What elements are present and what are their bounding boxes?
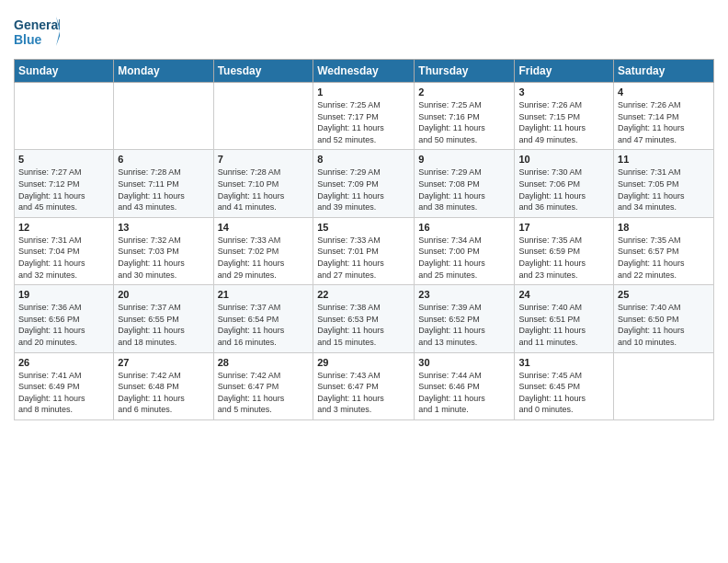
calendar-table: SundayMondayTuesdayWednesdayThursdayFrid…	[14, 59, 714, 420]
day-cell-26: 26Sunrise: 7:41 AM Sunset: 6:49 PM Dayli…	[15, 352, 114, 419]
day-number: 2	[418, 86, 510, 98]
day-cell-2: 2Sunrise: 7:25 AM Sunset: 7:16 PM Daylig…	[415, 83, 515, 150]
day-info: Sunrise: 7:27 AM Sunset: 7:12 PM Dayligh…	[18, 167, 109, 213]
day-cell-23: 23Sunrise: 7:39 AM Sunset: 6:52 PM Dayli…	[415, 285, 515, 352]
day-number: 16	[418, 222, 510, 233]
day-info: Sunrise: 7:35 AM Sunset: 6:59 PM Dayligh…	[518, 235, 609, 281]
calendar-header-row: SundayMondayTuesdayWednesdayThursdayFrid…	[15, 60, 714, 83]
day-cell-1: 1Sunrise: 7:25 AM Sunset: 7:17 PM Daylig…	[313, 83, 415, 150]
day-info: Sunrise: 7:37 AM Sunset: 6:54 PM Dayligh…	[218, 302, 310, 348]
day-cell-16: 16Sunrise: 7:34 AM Sunset: 7:00 PM Dayli…	[415, 217, 515, 284]
day-number: 8	[317, 154, 410, 165]
day-cell-4: 4Sunrise: 7:26 AM Sunset: 7:14 PM Daylig…	[614, 83, 714, 150]
day-number: 22	[317, 289, 410, 300]
week-row-4: 19Sunrise: 7:36 AM Sunset: 6:56 PM Dayli…	[15, 285, 714, 352]
column-header-wednesday: Wednesday	[313, 60, 415, 83]
day-cell-3: 3Sunrise: 7:26 AM Sunset: 7:15 PM Daylig…	[515, 83, 614, 150]
day-cell-31: 31Sunrise: 7:45 AM Sunset: 6:45 PM Dayli…	[515, 352, 614, 419]
day-cell-27: 27Sunrise: 7:42 AM Sunset: 6:48 PM Dayli…	[114, 352, 213, 419]
day-number: 30	[418, 357, 510, 368]
day-cell-15: 15Sunrise: 7:33 AM Sunset: 7:01 PM Dayli…	[313, 217, 415, 284]
day-info: Sunrise: 7:36 AM Sunset: 6:56 PM Dayligh…	[18, 302, 109, 348]
column-header-friday: Friday	[515, 60, 614, 83]
day-number: 18	[618, 222, 710, 233]
day-info: Sunrise: 7:35 AM Sunset: 6:57 PM Dayligh…	[618, 235, 710, 281]
day-info: Sunrise: 7:28 AM Sunset: 7:10 PM Dayligh…	[218, 167, 310, 213]
day-cell-11: 11Sunrise: 7:31 AM Sunset: 7:05 PM Dayli…	[614, 150, 714, 217]
day-info: Sunrise: 7:43 AM Sunset: 6:47 PM Dayligh…	[317, 370, 410, 416]
day-number: 6	[118, 154, 209, 165]
day-number: 27	[118, 357, 209, 368]
day-number: 31	[518, 357, 609, 368]
day-cell-25: 25Sunrise: 7:40 AM Sunset: 6:50 PM Dayli…	[614, 285, 714, 352]
week-row-2: 5Sunrise: 7:27 AM Sunset: 7:12 PM Daylig…	[15, 150, 714, 217]
day-number: 3	[518, 86, 609, 98]
day-info: Sunrise: 7:26 AM Sunset: 7:14 PM Dayligh…	[618, 99, 710, 145]
day-info: Sunrise: 7:33 AM Sunset: 7:01 PM Dayligh…	[317, 235, 410, 281]
day-info: Sunrise: 7:30 AM Sunset: 7:06 PM Dayligh…	[518, 167, 609, 213]
day-number: 25	[618, 289, 710, 300]
day-info: Sunrise: 7:29 AM Sunset: 7:08 PM Dayligh…	[418, 167, 510, 213]
day-cell-14: 14Sunrise: 7:33 AM Sunset: 7:02 PM Dayli…	[213, 217, 313, 284]
day-cell-18: 18Sunrise: 7:35 AM Sunset: 6:57 PM Dayli…	[614, 217, 714, 284]
day-number: 10	[518, 154, 609, 165]
day-info: Sunrise: 7:39 AM Sunset: 6:52 PM Dayligh…	[418, 302, 510, 348]
day-cell-17: 17Sunrise: 7:35 AM Sunset: 6:59 PM Dayli…	[515, 217, 614, 284]
day-number: 15	[317, 222, 410, 233]
day-info: Sunrise: 7:25 AM Sunset: 7:17 PM Dayligh…	[317, 99, 410, 145]
empty-cell	[614, 352, 714, 419]
day-number: 5	[18, 154, 109, 165]
column-header-thursday: Thursday	[415, 60, 515, 83]
day-number: 11	[618, 154, 710, 165]
day-info: Sunrise: 7:40 AM Sunset: 6:50 PM Dayligh…	[618, 302, 710, 348]
day-info: Sunrise: 7:29 AM Sunset: 7:09 PM Dayligh…	[317, 167, 410, 213]
day-cell-24: 24Sunrise: 7:40 AM Sunset: 6:51 PM Dayli…	[515, 285, 614, 352]
day-info: Sunrise: 7:45 AM Sunset: 6:45 PM Dayligh…	[518, 370, 609, 416]
day-number: 20	[118, 289, 209, 300]
page: General Blue SundayMondayTuesdayWednesda…	[0, 0, 728, 563]
day-cell-12: 12Sunrise: 7:31 AM Sunset: 7:04 PM Dayli…	[15, 217, 114, 284]
day-info: Sunrise: 7:33 AM Sunset: 7:02 PM Dayligh…	[218, 235, 310, 281]
header: General Blue	[14, 9, 714, 52]
day-number: 17	[518, 222, 609, 233]
day-info: Sunrise: 7:31 AM Sunset: 7:04 PM Dayligh…	[18, 235, 109, 281]
day-cell-10: 10Sunrise: 7:30 AM Sunset: 7:06 PM Dayli…	[515, 150, 614, 217]
day-cell-6: 6Sunrise: 7:28 AM Sunset: 7:11 PM Daylig…	[114, 150, 213, 217]
day-number: 12	[18, 222, 109, 233]
day-number: 1	[317, 86, 410, 98]
day-info: Sunrise: 7:25 AM Sunset: 7:16 PM Dayligh…	[418, 99, 510, 145]
calendar-body: 1Sunrise: 7:25 AM Sunset: 7:17 PM Daylig…	[15, 83, 714, 420]
week-row-5: 26Sunrise: 7:41 AM Sunset: 6:49 PM Dayli…	[15, 352, 714, 419]
day-info: Sunrise: 7:31 AM Sunset: 7:05 PM Dayligh…	[618, 167, 710, 213]
svg-text:Blue: Blue	[14, 32, 42, 47]
day-info: Sunrise: 7:40 AM Sunset: 6:51 PM Dayligh…	[518, 302, 609, 348]
day-cell-20: 20Sunrise: 7:37 AM Sunset: 6:55 PM Dayli…	[114, 285, 213, 352]
column-header-sunday: Sunday	[15, 60, 114, 83]
day-cell-28: 28Sunrise: 7:42 AM Sunset: 6:47 PM Dayli…	[213, 352, 313, 419]
column-header-tuesday: Tuesday	[213, 60, 313, 83]
empty-cell	[15, 83, 114, 150]
day-cell-30: 30Sunrise: 7:44 AM Sunset: 6:46 PM Dayli…	[415, 352, 515, 419]
day-info: Sunrise: 7:38 AM Sunset: 6:53 PM Dayligh…	[317, 302, 410, 348]
day-cell-8: 8Sunrise: 7:29 AM Sunset: 7:09 PM Daylig…	[313, 150, 415, 217]
column-header-saturday: Saturday	[614, 60, 714, 83]
empty-cell	[114, 83, 213, 150]
day-info: Sunrise: 7:26 AM Sunset: 7:15 PM Dayligh…	[518, 99, 609, 145]
day-info: Sunrise: 7:42 AM Sunset: 6:47 PM Dayligh…	[218, 370, 310, 416]
week-row-3: 12Sunrise: 7:31 AM Sunset: 7:04 PM Dayli…	[15, 217, 714, 284]
day-cell-5: 5Sunrise: 7:27 AM Sunset: 7:12 PM Daylig…	[15, 150, 114, 217]
day-number: 23	[418, 289, 510, 300]
day-number: 19	[18, 289, 109, 300]
day-number: 28	[218, 357, 310, 368]
week-row-1: 1Sunrise: 7:25 AM Sunset: 7:17 PM Daylig…	[15, 83, 714, 150]
day-number: 4	[618, 86, 710, 98]
day-info: Sunrise: 7:34 AM Sunset: 7:00 PM Dayligh…	[418, 235, 510, 281]
day-info: Sunrise: 7:32 AM Sunset: 7:03 PM Dayligh…	[118, 235, 209, 281]
day-number: 9	[418, 154, 510, 165]
day-cell-22: 22Sunrise: 7:38 AM Sunset: 6:53 PM Dayli…	[313, 285, 415, 352]
day-cell-19: 19Sunrise: 7:36 AM Sunset: 6:56 PM Dayli…	[15, 285, 114, 352]
day-cell-29: 29Sunrise: 7:43 AM Sunset: 6:47 PM Dayli…	[313, 352, 415, 419]
day-info: Sunrise: 7:41 AM Sunset: 6:49 PM Dayligh…	[18, 370, 109, 416]
svg-text:General: General	[14, 17, 60, 32]
day-cell-7: 7Sunrise: 7:28 AM Sunset: 7:10 PM Daylig…	[213, 150, 313, 217]
